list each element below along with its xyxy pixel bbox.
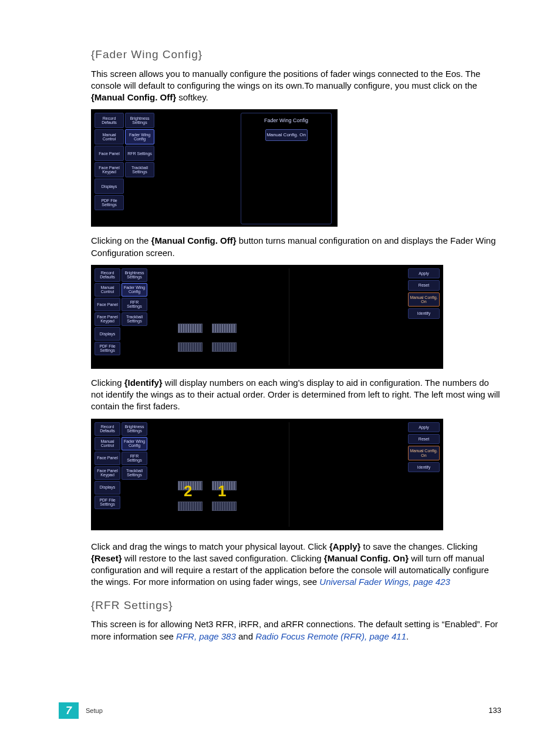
- softkey-face-panel[interactable]: Face Panel: [95, 146, 124, 161]
- softkey-record-defaults[interactable]: Record Defaults: [95, 268, 120, 282]
- softkey-ref: {Apply}: [329, 541, 360, 551]
- text: softkey.: [176, 92, 208, 102]
- chapter-title: Setup: [86, 706, 103, 715]
- softkey-pdf-file-settings[interactable]: PDF File Settings: [95, 496, 120, 509]
- page-footer: 7 Setup 133: [0, 702, 560, 719]
- softkey-ref: {Reset}: [91, 553, 122, 563]
- softkey-brightness-settings[interactable]: Brightness Settings: [122, 422, 147, 436]
- softkey-rfr-settings[interactable]: RFR Settings: [125, 146, 154, 161]
- softkey-fader-wing-config[interactable]: Fader Wing Config: [125, 129, 154, 144]
- softkey-pdf-file-settings[interactable]: PDF File Settings: [95, 195, 124, 210]
- screenshot-identify-wings: Record Defaults Brightness Settings Manu…: [91, 419, 443, 530]
- softkey-record-defaults[interactable]: Record Defaults: [95, 422, 120, 436]
- screenshot-fader-wing-config-panel: Record Defaults Brightness Settings Manu…: [91, 109, 338, 227]
- manual-config-on-button[interactable]: Manual Config. On: [265, 129, 308, 142]
- softkey-manual-control[interactable]: Manual Control: [95, 129, 124, 144]
- paragraph-manual-off: Clicking on the {Manual Config. Off} but…: [91, 235, 501, 259]
- softkey-rfr-settings[interactable]: RFR Settings: [122, 452, 147, 465]
- softkey-brightness-settings[interactable]: Brightness Settings: [125, 113, 154, 128]
- heading-fader-wing-config: {Fader Wing Config}: [91, 47, 501, 62]
- softkey-ref: {Manual Config. On}: [324, 553, 409, 563]
- text: to save the changes. Clicking: [360, 541, 477, 551]
- softkey-trackball-settings[interactable]: Trackball Settings: [122, 466, 147, 480]
- page-number: 133: [488, 705, 501, 716]
- manual-config-on-button[interactable]: Manual Config. On: [408, 446, 440, 460]
- fader-wing[interactable]: [212, 342, 237, 352]
- manual-config-on-button[interactable]: Manual Config. On: [408, 292, 440, 307]
- softkey-face-panel-keypad[interactable]: Face Panel Keypad: [95, 312, 120, 326]
- panel-title: Fader Wing Config: [244, 117, 329, 124]
- softkey-manual-control[interactable]: Manual Control: [95, 437, 120, 450]
- heading-rfr-settings: {RFR Settings}: [91, 598, 501, 613]
- softkey-face-panel[interactable]: Face Panel: [95, 452, 120, 465]
- paragraph-intro: This screen allows you to manually confi…: [91, 68, 501, 104]
- screenshot-wing-config-screen: Record Defaults Brightness Settings Manu…: [91, 265, 443, 369]
- softkey-displays[interactable]: Displays: [95, 179, 124, 194]
- paragraph-rfr: This screen is for allowing Net3 RFR, iR…: [91, 618, 501, 642]
- softkey-face-panel[interactable]: Face Panel: [95, 298, 120, 311]
- fader-wing[interactable]: [178, 502, 203, 511]
- link-radio-focus-remote[interactable]: Radio Focus Remote (RFR), page 411: [255, 631, 406, 641]
- wing-layout-area[interactable]: 2 1: [160, 422, 289, 527]
- paragraph-drag-apply: Click and drag the wings to match your p…: [91, 541, 501, 588]
- softkey-ref: {Manual Config. Off}: [151, 235, 237, 245]
- softkey-fader-wing-config[interactable]: Fader Wing Config: [122, 437, 147, 450]
- softkey-record-defaults[interactable]: Record Defaults: [95, 113, 124, 128]
- fader-wing-config-panel: Fader Wing Config Manual Config. On: [241, 113, 332, 224]
- text: and: [236, 631, 255, 641]
- softkey-brightness-settings[interactable]: Brightness Settings: [122, 268, 147, 282]
- fader-wing[interactable]: [212, 502, 237, 511]
- paragraph-identify: Clicking {Identify} will display numbers…: [91, 377, 501, 413]
- apply-button[interactable]: Apply: [408, 422, 440, 432]
- identify-button[interactable]: Identify: [408, 308, 440, 318]
- softkey-trackball-settings[interactable]: Trackball Settings: [122, 312, 147, 326]
- text: Clicking: [91, 378, 124, 388]
- softkey-displays[interactable]: Displays: [95, 327, 120, 341]
- softkey-face-panel-keypad[interactable]: Face Panel Keypad: [95, 162, 124, 177]
- text: .: [406, 631, 409, 641]
- link-rfr[interactable]: RFR, page 383: [176, 631, 236, 641]
- softkey-ref: {Identify}: [124, 378, 163, 388]
- apply-button[interactable]: Apply: [408, 268, 440, 278]
- wing-id-number: 1: [218, 481, 226, 502]
- wing-layout-area[interactable]: [160, 268, 289, 365]
- text: Clicking on the: [91, 235, 151, 245]
- wing-id-number: 2: [184, 481, 192, 502]
- softkey-face-panel-keypad[interactable]: Face Panel Keypad: [95, 466, 120, 480]
- fader-wing[interactable]: [212, 324, 237, 333]
- softkey-fader-wing-config[interactable]: Fader Wing Config: [122, 283, 147, 297]
- reset-button[interactable]: Reset: [408, 434, 440, 444]
- fader-wing[interactable]: [178, 324, 203, 333]
- link-universal-fader-wings[interactable]: Universal Fader Wings, page 423: [319, 577, 450, 587]
- text: Click and drag the wings to match your p…: [91, 541, 329, 551]
- identify-button[interactable]: Identify: [408, 462, 440, 472]
- softkey-rfr-settings[interactable]: RFR Settings: [122, 298, 147, 311]
- softkey-manual-control[interactable]: Manual Control: [95, 283, 120, 297]
- softkey-trackball-settings[interactable]: Trackball Settings: [125, 162, 154, 177]
- softkey-pdf-file-settings[interactable]: PDF File Settings: [95, 342, 120, 355]
- fader-wing[interactable]: [178, 342, 203, 352]
- softkey-ref: {Manual Config. Off}: [91, 92, 176, 102]
- text: This screen allows you to manually confi…: [91, 69, 480, 90]
- reset-button[interactable]: Reset: [408, 280, 440, 290]
- softkey-displays[interactable]: Displays: [95, 481, 120, 494]
- chapter-number: 7: [59, 702, 79, 719]
- text: will restore to the last saved configura…: [122, 553, 324, 563]
